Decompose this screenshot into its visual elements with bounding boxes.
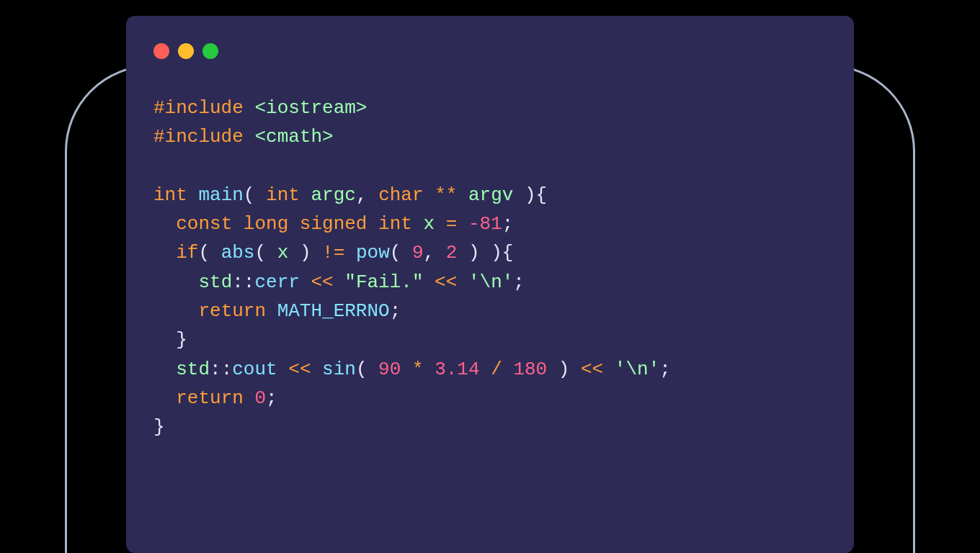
function-name: main bbox=[198, 184, 243, 206]
window-traffic-lights bbox=[153, 43, 827, 59]
preprocessor: #include bbox=[153, 97, 244, 119]
minimize-icon[interactable] bbox=[178, 43, 194, 59]
preprocessor: #include bbox=[153, 126, 244, 148]
type-keyword: int bbox=[153, 184, 187, 206]
maximize-icon[interactable] bbox=[202, 43, 218, 59]
close-icon[interactable] bbox=[153, 43, 169, 59]
constant: MATH_ERRNO bbox=[266, 300, 390, 322]
string-literal: "Fail." bbox=[344, 271, 423, 293]
number-literal: -81 bbox=[468, 213, 502, 235]
include-header: <cmath> bbox=[254, 126, 333, 148]
code-block: #include <iostream> #include <cmath> int… bbox=[153, 94, 827, 442]
include-header: <iostream> bbox=[254, 97, 367, 119]
keyword: if bbox=[176, 242, 198, 264]
char-literal: '\n' bbox=[468, 271, 513, 293]
keyword: const bbox=[176, 213, 232, 235]
code-window: #include <iostream> #include <cmath> int… bbox=[126, 16, 854, 553]
